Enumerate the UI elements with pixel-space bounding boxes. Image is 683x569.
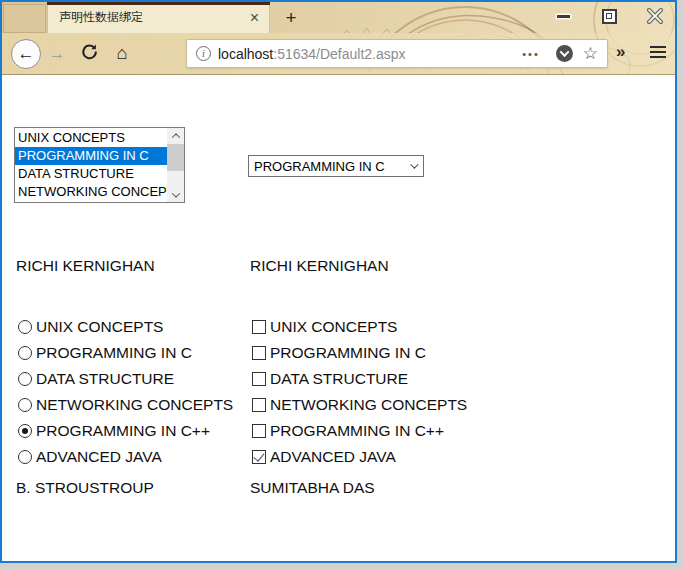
listbox-option[interactable]: UNIX CONCEPTS: [15, 129, 167, 147]
radio-option[interactable]: PROGRAMMING IN C: [18, 340, 233, 366]
close-button[interactable]: [643, 5, 667, 27]
radio-icon[interactable]: [18, 346, 32, 360]
checkbox-option[interactable]: UNIX CONCEPTS: [252, 314, 467, 340]
radio-label: DATA STRUCTURE: [36, 370, 174, 388]
course-radio-group: UNIX CONCEPTS PROGRAMMING IN C DATA STRU…: [18, 314, 233, 470]
radio-option[interactable]: PROGRAMMING IN C++: [18, 418, 233, 444]
site-info-icon[interactable]: i: [196, 46, 211, 61]
dropdown-selected-value: PROGRAMMING IN C: [249, 159, 403, 174]
radio-option[interactable]: DATA STRUCTURE: [18, 366, 233, 392]
navigation-toolbar: ← → ⌂ i localhost:51634/Default2.aspx ••…: [2, 33, 675, 75]
checkbox-icon[interactable]: [252, 424, 266, 438]
course-dropdown[interactable]: PROGRAMMING IN C: [248, 155, 424, 177]
new-tab-button[interactable]: +: [278, 5, 304, 31]
checkbox-option[interactable]: DATA STRUCTURE: [252, 366, 467, 392]
browser-chrome: 声明性数据绑定 × + ← →: [2, 2, 675, 75]
url-bar[interactable]: i localhost:51634/Default2.aspx ••• ☆: [186, 39, 608, 68]
checkbox-label: DATA STRUCTURE: [270, 370, 408, 388]
radio-option[interactable]: ADVANCED JAVA: [18, 444, 233, 470]
minimize-icon: [557, 15, 570, 18]
checkbox-author-label: SUMITABHA DAS: [250, 479, 375, 497]
radio-icon[interactable]: [18, 320, 32, 334]
radio-label: PROGRAMMING IN C++: [36, 422, 210, 440]
url-path: :51634/Default2.aspx: [273, 46, 405, 62]
bookmark-star-icon[interactable]: ☆: [581, 43, 607, 64]
tab-bar: 声明性数据绑定 × +: [2, 2, 675, 33]
checkbox-icon[interactable]: [252, 450, 266, 464]
minimize-button[interactable]: [551, 5, 575, 27]
titlebar-spacer: [3, 4, 46, 33]
checkbox-label: UNIX CONCEPTS: [270, 318, 397, 336]
home-button[interactable]: ⌂: [105, 43, 139, 64]
checkbox-icon[interactable]: [252, 372, 266, 386]
close-icon: [646, 7, 664, 25]
checkbox-option[interactable]: NETWORKING CONCEPTS: [252, 392, 467, 418]
radio-icon[interactable]: [18, 398, 32, 412]
listbox-scrollbar[interactable]: [167, 128, 184, 202]
maximize-button[interactable]: [597, 5, 621, 27]
radio-option[interactable]: NETWORKING CONCEPTS: [18, 392, 233, 418]
page-content: UNIX CONCEPTS PROGRAMMING IN C DATA STRU…: [2, 75, 675, 561]
course-listbox[interactable]: UNIX CONCEPTS PROGRAMMING IN C DATA STRU…: [14, 127, 185, 203]
radio-label: PROGRAMMING IN C: [36, 344, 192, 362]
forward-arrow-icon: →: [49, 44, 66, 63]
checkbox-icon[interactable]: [252, 398, 266, 412]
page-actions-button[interactable]: •••: [514, 48, 548, 60]
checkbox-icon[interactable]: [252, 320, 266, 334]
checkbox-icon[interactable]: [252, 346, 266, 360]
maximize-icon: [602, 9, 617, 24]
listbox-author-label: RICHI KERNIGHAN: [16, 257, 155, 275]
listbox-option[interactable]: NETWORKING CONCEPTS: [15, 183, 167, 201]
url-text[interactable]: localhost:51634/Default2.aspx: [218, 46, 514, 62]
back-arrow-icon: ←: [18, 44, 35, 64]
radio-label: NETWORKING CONCEPTS: [36, 396, 233, 414]
checkbox-label: PROGRAMMING IN C: [270, 344, 426, 362]
checkbox-option[interactable]: PROGRAMMING IN C++: [252, 418, 467, 444]
checkbox-label: ADVANCED JAVA: [270, 448, 396, 466]
radio-icon[interactable]: [18, 424, 32, 438]
tab-close-icon[interactable]: ×: [248, 10, 261, 26]
hamburger-menu-icon[interactable]: [650, 46, 666, 61]
listbox-option[interactable]: DATA STRUCTURE: [15, 165, 167, 183]
home-icon: ⌂: [117, 43, 128, 63]
browser-tab-active[interactable]: 声明性数据绑定 ×: [47, 2, 270, 33]
radio-icon[interactable]: [18, 450, 32, 464]
pocket-icon[interactable]: [556, 45, 573, 62]
back-button[interactable]: ←: [11, 39, 41, 69]
radio-option[interactable]: UNIX CONCEPTS: [18, 314, 233, 340]
chevron-down-icon[interactable]: [403, 163, 423, 169]
radio-author-label: B. STROUSTROUP: [16, 479, 154, 497]
listbox-option[interactable]: PROGRAMMING IN C: [15, 147, 167, 165]
scroll-up-icon[interactable]: [167, 128, 184, 143]
radio-label: ADVANCED JAVA: [36, 448, 162, 466]
scroll-down-icon[interactable]: [167, 187, 184, 202]
course-checkbox-group: UNIX CONCEPTS PROGRAMMING IN C DATA STRU…: [252, 314, 467, 470]
checkbox-option[interactable]: PROGRAMMING IN C: [252, 340, 467, 366]
scrollbar-thumb[interactable]: [167, 144, 184, 171]
window-controls: [551, 5, 667, 27]
checkbox-option[interactable]: ADVANCED JAVA: [252, 444, 467, 470]
radio-icon[interactable]: [18, 372, 32, 386]
checkbox-label: NETWORKING CONCEPTS: [270, 396, 467, 414]
url-host: localhost: [218, 46, 273, 62]
tab-title: 声明性数据绑定: [59, 9, 248, 26]
listbox-items: UNIX CONCEPTS PROGRAMMING IN C DATA STRU…: [15, 128, 167, 202]
reload-icon: [81, 43, 98, 60]
forward-button[interactable]: →: [41, 44, 73, 64]
overflow-menu-button[interactable]: »: [616, 42, 625, 62]
dropdown-author-label: RICHI KERNIGHAN: [250, 257, 389, 275]
checkbox-label: PROGRAMMING IN C++: [270, 422, 444, 440]
browser-window: 声明性数据绑定 × + ← →: [0, 0, 677, 563]
radio-label: UNIX CONCEPTS: [36, 318, 163, 336]
reload-button[interactable]: [73, 43, 105, 64]
